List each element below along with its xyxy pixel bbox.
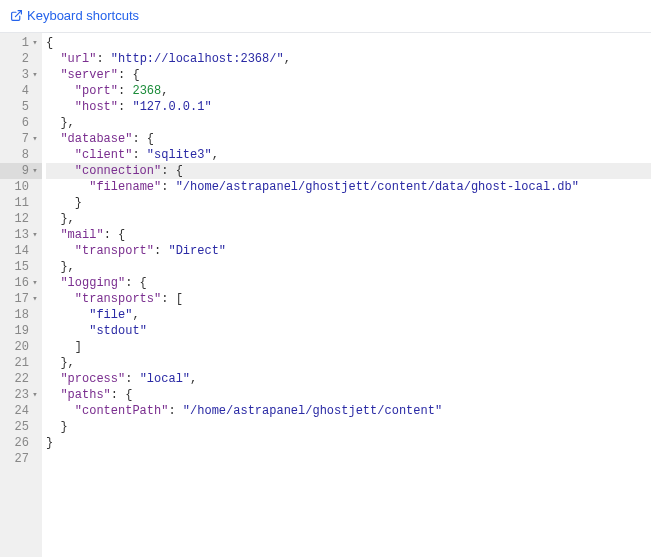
code-line[interactable]: "transports": [ bbox=[46, 291, 651, 307]
json-string: "/home/astrapanel/ghostjett/content" bbox=[183, 404, 442, 418]
json-punct: , bbox=[161, 84, 168, 98]
json-punct: : { bbox=[104, 228, 126, 242]
code-line[interactable]: "contentPath": "/home/astrapanel/ghostje… bbox=[46, 403, 651, 419]
code-line[interactable]: ] bbox=[46, 339, 651, 355]
json-string: "127.0.0.1" bbox=[132, 100, 211, 114]
indent bbox=[46, 131, 60, 147]
json-string: "stdout" bbox=[89, 324, 147, 338]
code-line[interactable]: "paths": { bbox=[46, 387, 651, 403]
fold-toggle-icon[interactable]: ▾ bbox=[30, 390, 40, 400]
json-number: 2368 bbox=[132, 84, 161, 98]
line-number: 27 bbox=[8, 451, 29, 467]
fold-toggle-icon[interactable]: ▾ bbox=[30, 230, 40, 240]
line-number: 25 bbox=[8, 419, 29, 435]
code-line[interactable]: "filename": "/home/astrapanel/ghostjett/… bbox=[46, 179, 651, 195]
fold-toggle-icon[interactable]: ▾ bbox=[30, 166, 40, 176]
code-line[interactable]: }, bbox=[46, 211, 651, 227]
code-line[interactable]: } bbox=[46, 419, 651, 435]
line-number-gutter: 1▾2▾3▾4▾5▾6▾7▾8▾9▾10▾11▾12▾13▾14▾15▾16▾1… bbox=[0, 33, 42, 557]
json-key: "filename" bbox=[89, 180, 161, 194]
gutter-row: 12▾ bbox=[0, 211, 42, 227]
json-string: "/home/astrapanel/ghostjett/content/data… bbox=[176, 180, 579, 194]
indent bbox=[46, 163, 75, 179]
json-punct: : bbox=[118, 84, 132, 98]
fold-toggle-icon[interactable]: ▾ bbox=[30, 70, 40, 80]
json-punct: : bbox=[125, 372, 139, 386]
fold-toggle-icon[interactable]: ▾ bbox=[30, 278, 40, 288]
json-punct: : bbox=[154, 244, 168, 258]
json-key: "connection" bbox=[75, 164, 161, 178]
json-key: "client" bbox=[75, 148, 133, 162]
indent bbox=[46, 179, 89, 195]
line-number: 5 bbox=[8, 99, 29, 115]
indent bbox=[46, 83, 75, 99]
code-line[interactable]: "logging": { bbox=[46, 275, 651, 291]
code-line[interactable]: } bbox=[46, 435, 651, 451]
fold-toggle-icon[interactable]: ▾ bbox=[30, 38, 40, 48]
gutter-row: 7▾ bbox=[0, 131, 42, 147]
code-line[interactable] bbox=[46, 451, 651, 467]
indent bbox=[46, 195, 75, 211]
code-line[interactable]: "mail": { bbox=[46, 227, 651, 243]
json-punct: : { bbox=[125, 276, 147, 290]
code-line[interactable]: } bbox=[46, 195, 651, 211]
gutter-row: 16▾ bbox=[0, 275, 42, 291]
line-number: 7 bbox=[8, 131, 29, 147]
fold-toggle-icon[interactable]: ▾ bbox=[30, 294, 40, 304]
code-line[interactable]: "connection": { bbox=[46, 163, 651, 179]
json-key: "host" bbox=[75, 100, 118, 114]
line-number: 15 bbox=[8, 259, 29, 275]
code-line[interactable]: "stdout" bbox=[46, 323, 651, 339]
json-punct: { bbox=[46, 36, 53, 50]
json-key: "logging" bbox=[60, 276, 125, 290]
json-punct: : { bbox=[118, 68, 140, 82]
json-string: "Direct" bbox=[168, 244, 226, 258]
code-editor[interactable]: 1▾2▾3▾4▾5▾6▾7▾8▾9▾10▾11▾12▾13▾14▾15▾16▾1… bbox=[0, 32, 651, 557]
indent bbox=[46, 323, 89, 339]
svg-line-0 bbox=[15, 11, 21, 17]
indent bbox=[46, 291, 75, 307]
code-line[interactable]: "database": { bbox=[46, 131, 651, 147]
line-number: 19 bbox=[8, 323, 29, 339]
json-string: "sqlite3" bbox=[147, 148, 212, 162]
json-key: "contentPath" bbox=[75, 404, 169, 418]
code-line[interactable]: "file", bbox=[46, 307, 651, 323]
line-number: 17 bbox=[8, 291, 29, 307]
json-punct: : { bbox=[161, 164, 183, 178]
json-punct: : { bbox=[132, 132, 154, 146]
line-number: 18 bbox=[8, 307, 29, 323]
indent bbox=[46, 67, 60, 83]
gutter-row: 18▾ bbox=[0, 307, 42, 323]
json-punct: } bbox=[75, 196, 82, 210]
code-line[interactable]: }, bbox=[46, 355, 651, 371]
indent bbox=[46, 51, 60, 67]
line-number: 3 bbox=[8, 67, 29, 83]
json-key: "database" bbox=[60, 132, 132, 146]
code-line[interactable]: "process": "local", bbox=[46, 371, 651, 387]
code-line[interactable]: "client": "sqlite3", bbox=[46, 147, 651, 163]
line-number: 4 bbox=[8, 83, 29, 99]
line-number: 24 bbox=[8, 403, 29, 419]
code-line[interactable]: "server": { bbox=[46, 67, 651, 83]
json-punct: : bbox=[96, 52, 110, 66]
fold-toggle-icon[interactable]: ▾ bbox=[30, 134, 40, 144]
gutter-row: 2▾ bbox=[0, 51, 42, 67]
code-line[interactable]: "transport": "Direct" bbox=[46, 243, 651, 259]
json-string: "local" bbox=[140, 372, 190, 386]
gutter-row: 5▾ bbox=[0, 99, 42, 115]
gutter-row: 19▾ bbox=[0, 323, 42, 339]
keyboard-shortcuts-link[interactable]: Keyboard shortcuts bbox=[10, 8, 139, 23]
line-number: 10 bbox=[8, 179, 29, 195]
code-line[interactable]: "url": "http://localhost:2368/", bbox=[46, 51, 651, 67]
code-content[interactable]: { "url": "http://localhost:2368/", "serv… bbox=[42, 33, 651, 557]
json-punct: , bbox=[132, 308, 139, 322]
gutter-row: 9▾ bbox=[0, 163, 42, 179]
code-line[interactable]: "host": "127.0.0.1" bbox=[46, 99, 651, 115]
code-line[interactable]: }, bbox=[46, 259, 651, 275]
json-punct: : [ bbox=[161, 292, 183, 306]
code-line[interactable]: "port": 2368, bbox=[46, 83, 651, 99]
gutter-row: 8▾ bbox=[0, 147, 42, 163]
code-line[interactable]: }, bbox=[46, 115, 651, 131]
gutter-row: 17▾ bbox=[0, 291, 42, 307]
code-line[interactable]: { bbox=[46, 35, 651, 51]
